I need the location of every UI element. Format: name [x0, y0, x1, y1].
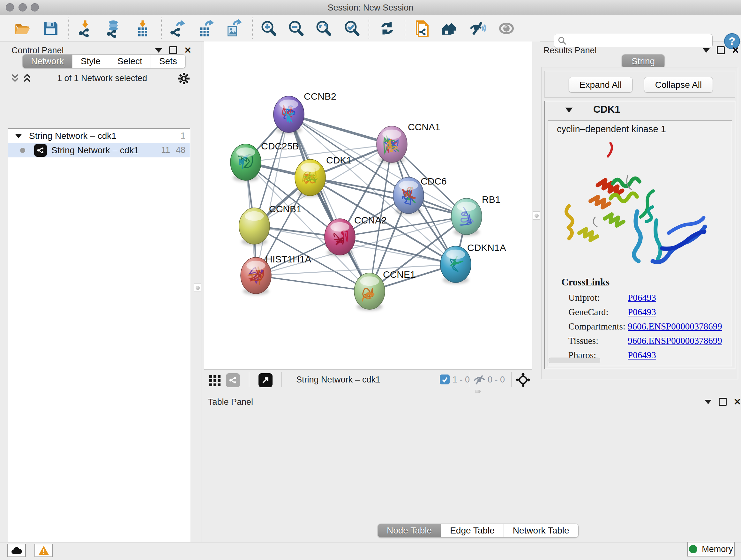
save-session-button[interactable]	[41, 19, 60, 38]
fit-selected-button[interactable]	[516, 373, 530, 388]
crosslink-link[interactable]: 9606.ENSP00000378699	[628, 335, 722, 346]
home-button[interactable]	[442, 19, 460, 38]
tab-network[interactable]: Network	[23, 55, 72, 68]
tab-select[interactable]: Select	[109, 55, 151, 68]
network-node-CCNB1[interactable]	[239, 208, 270, 246]
node-count: 11	[161, 145, 170, 155]
import-network-file-button[interactable]	[77, 19, 95, 38]
show-hide-graphics-button[interactable]	[469, 19, 487, 38]
results-splitter-handle[interactable]	[533, 211, 540, 220]
open-session-from-cloud-button[interactable]	[414, 19, 432, 38]
toolbar-separator	[161, 17, 162, 39]
network-edge-CCNB2-CCNE1[interactable]	[289, 114, 369, 291]
export-table-button[interactable]	[197, 19, 215, 38]
toolbar-separator	[252, 17, 253, 39]
eye-disabled-button[interactable]	[497, 19, 516, 38]
panel-close-icon[interactable]: ✕	[734, 399, 741, 405]
zoom-selected-button[interactable]	[343, 19, 361, 38]
tab-network-table[interactable]: Network Table	[504, 524, 578, 537]
export-image-button[interactable]	[224, 19, 243, 38]
network-edge-HIST1H1A-CCNE1[interactable]	[256, 275, 369, 291]
network-edge-CCNB2-HIST1H1A[interactable]	[256, 114, 289, 275]
network-view[interactable]: CCNB2CCNA1CDC25BCDK1CDC6RB1CCNB1CCNA2CDK…	[204, 42, 532, 370]
zoom-in-button[interactable]	[259, 19, 278, 38]
crosslink-row: Uniprot:P06493	[568, 291, 728, 305]
cloud-button[interactable]	[7, 544, 26, 557]
network-node-CCNB2[interactable]	[273, 96, 304, 134]
node-label-CCNB2: CCNB2	[304, 91, 336, 102]
crosslink-link[interactable]: P06493	[628, 307, 656, 317]
birdseye-arrow-icon	[261, 376, 270, 384]
protein-structure-image	[557, 137, 710, 271]
results-panel-tabs: String	[622, 54, 665, 68]
collapse-all-button[interactable]: Collapse All	[644, 77, 713, 92]
crosslink-link[interactable]: 9606.ENSP00000378699	[628, 321, 722, 332]
splitter-dot-handle[interactable]	[475, 390, 481, 393]
network-node-CCNA2[interactable]	[325, 219, 355, 256]
network-options-button[interactable]	[178, 72, 190, 86]
panel-menu-icon[interactable]	[703, 48, 710, 53]
network-list: String Network – cdk1 1 String Network –…	[8, 128, 190, 560]
panel-menu-icon[interactable]	[155, 48, 162, 53]
warnings-button[interactable]	[35, 544, 53, 557]
panel-menu-icon[interactable]	[704, 400, 712, 404]
control-panel-splitter-handle[interactable]	[194, 284, 201, 292]
zoom-selected-icon	[343, 19, 361, 38]
network-edge-CCNA2-CDKN1A[interactable]	[340, 237, 456, 264]
import-table-file-button[interactable]	[134, 19, 152, 38]
network-edge-CCNB2-CCNA1[interactable]	[289, 114, 392, 144]
network-node-CDC6[interactable]	[393, 177, 424, 215]
network-node-RB1[interactable]	[451, 198, 482, 236]
panel-close-icon[interactable]: ✕	[184, 47, 192, 54]
panel-float-icon[interactable]	[719, 398, 727, 406]
zoom-fit-button[interactable]	[314, 19, 333, 38]
export-image-icon	[224, 19, 243, 38]
memory-button[interactable]: Memory	[687, 542, 735, 557]
vertical-splitter[interactable]	[532, 42, 540, 389]
network-node-CDKN1A[interactable]	[441, 246, 471, 284]
network-node-CCNA1[interactable]	[377, 126, 407, 164]
network-node-CCNE1[interactable]	[354, 273, 385, 311]
gene-detail-box: cyclin–dependent kinase 1	[548, 120, 732, 366]
table-panel: Table Panel ✕	[204, 393, 741, 542]
open-session-button[interactable]	[13, 19, 31, 38]
panel-close-icon[interactable]: ✕	[732, 47, 739, 54]
crosslink-link[interactable]: P06493	[628, 350, 656, 361]
tab-sets[interactable]: Sets	[151, 55, 185, 68]
network-node-CDK1[interactable]	[295, 159, 326, 197]
network-node-CDC25B[interactable]	[230, 144, 261, 182]
export-network-button[interactable]	[170, 19, 188, 38]
hidden-indicator[interactable]	[473, 374, 486, 386]
main-toolbar: ?	[0, 15, 741, 42]
crosslink-row: GeneCard:P06493	[568, 305, 728, 319]
results-hscrollbar[interactable]	[549, 358, 600, 363]
apply-layout-button[interactable]	[378, 19, 396, 38]
tab-node-table[interactable]: Node Table	[378, 524, 441, 537]
document-share-icon	[414, 19, 432, 38]
grid-view-button[interactable]	[209, 374, 221, 388]
network-graph[interactable]: CCNB2CCNA1CDC25BCDK1CDC6RB1CCNB1CCNA2CDK…	[204, 42, 532, 369]
network-row-selected[interactable]: String Network – cdk1 11 48	[8, 143, 190, 158]
tab-style[interactable]: Style	[72, 55, 109, 68]
tab-edge-table[interactable]: Edge Table	[441, 524, 504, 537]
export-table-icon	[197, 19, 215, 38]
network-view-share-button[interactable]	[226, 373, 240, 387]
import-network-database-button[interactable]	[105, 19, 124, 38]
collection-count: 1	[181, 131, 185, 141]
houses-icon	[442, 19, 460, 38]
section-disclosure-icon[interactable]	[565, 108, 573, 112]
tab-string[interactable]: String	[622, 55, 664, 68]
selected-indicator-checkbox[interactable]	[440, 374, 450, 384]
zoom-out-button[interactable]	[287, 19, 306, 38]
disclosure-triangle-icon[interactable]	[15, 134, 22, 138]
memory-label: Memory	[702, 544, 733, 554]
panel-float-icon[interactable]	[169, 46, 177, 54]
panel-float-icon[interactable]	[717, 46, 725, 54]
birdseye-view-button[interactable]	[259, 373, 273, 387]
network-collection-label: String Network – cdk1	[29, 131, 117, 141]
expand-all-button[interactable]: Expand All	[569, 77, 632, 92]
network-collection-row[interactable]: String Network – cdk1 1	[8, 129, 190, 143]
gene-description: cyclin–dependent kinase 1	[557, 124, 666, 134]
crosslink-link[interactable]: P06493	[628, 293, 656, 303]
check-icon	[441, 376, 448, 383]
